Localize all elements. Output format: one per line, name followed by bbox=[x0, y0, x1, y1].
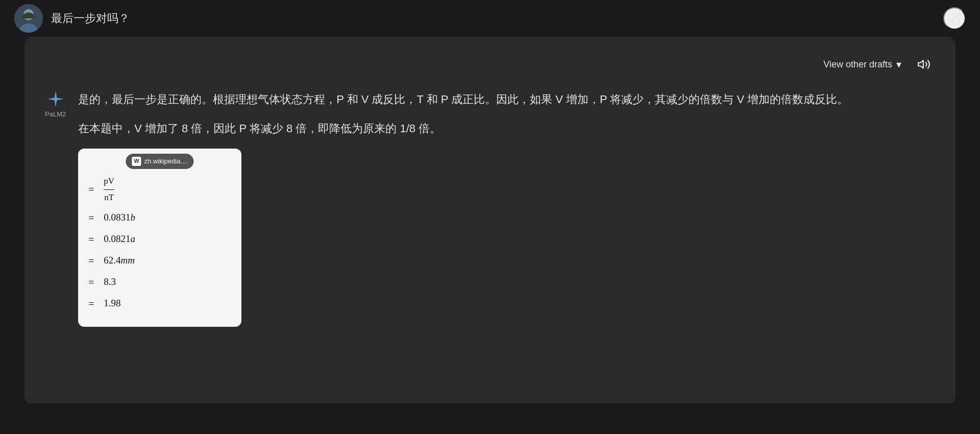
math-row-0: = pV nT bbox=[88, 174, 231, 205]
math-row-1: = 0.0831b bbox=[88, 209, 231, 227]
wikipedia-card[interactable]: W zh.wikipedia.... = pV nT bbox=[78, 149, 241, 327]
chevron-down-icon: ▾ bbox=[896, 58, 901, 70]
main-content-card: View other drafts ▾ PaLM2 是的，最后一步是正确的 bbox=[24, 37, 955, 404]
top-bar: 最后一步对吗？ bbox=[0, 0, 980, 37]
expr-3: 62.4mm bbox=[104, 252, 135, 269]
math-row-5: = 1.98 bbox=[88, 295, 231, 312]
view-drafts-label: View other drafts bbox=[823, 59, 892, 70]
page-title: 最后一步对吗？ bbox=[51, 11, 130, 26]
palm2-star-icon bbox=[46, 90, 65, 108]
expr-2: 0.0821a bbox=[104, 231, 135, 247]
math-row-3: = 62.4mm bbox=[88, 252, 231, 270]
math-row-4: = 8.3 bbox=[88, 274, 231, 291]
wikipedia-w-icon: W bbox=[132, 157, 141, 166]
expr-0: pV nT bbox=[104, 174, 114, 205]
expr-5: 1.98 bbox=[104, 295, 120, 311]
drafts-bar: View other drafts ▾ bbox=[45, 53, 935, 76]
response-text-area: 是的，最后一步是正确的。根据理想气体状态方程，P 和 V 成反比，T 和 P 成… bbox=[78, 90, 935, 327]
expr-1: 0.0831b bbox=[104, 209, 135, 226]
view-drafts-button[interactable]: View other drafts ▾ bbox=[818, 55, 906, 74]
pencil-icon bbox=[947, 11, 962, 26]
response-paragraph-1: 是的，最后一步是正确的。根据理想气体状态方程，P 和 V 成反比，T 和 P 成… bbox=[78, 90, 935, 109]
response-paragraph-2: 在本题中，V 增加了 8 倍，因此 P 将减少 8 倍，即降低为原来的 1/8 … bbox=[78, 119, 935, 138]
palm2-label: PaLM2 bbox=[45, 110, 66, 118]
edit-button[interactable] bbox=[943, 7, 966, 30]
top-bar-left: 最后一步对吗？ bbox=[14, 4, 130, 33]
math-row-2: = 0.0821a bbox=[88, 231, 231, 248]
wikipedia-url-label: zh.wikipedia.... bbox=[144, 156, 188, 167]
bottom-input-bar bbox=[0, 403, 980, 434]
expr-4: 8.3 bbox=[104, 274, 116, 290]
wikipedia-badge: W zh.wikipedia.... bbox=[126, 154, 194, 169]
speaker-icon bbox=[917, 58, 930, 71]
eq-0: = bbox=[88, 181, 99, 198]
palm2-icon-wrapper: PaLM2 bbox=[45, 90, 66, 118]
avatar bbox=[14, 4, 43, 33]
sound-button[interactable] bbox=[913, 53, 935, 76]
svg-marker-4 bbox=[918, 60, 923, 68]
math-table: = pV nT = 0.0831b bbox=[78, 149, 241, 327]
response-area: PaLM2 是的，最后一步是正确的。根据理想气体状态方程，P 和 V 成反比，T… bbox=[45, 90, 935, 327]
